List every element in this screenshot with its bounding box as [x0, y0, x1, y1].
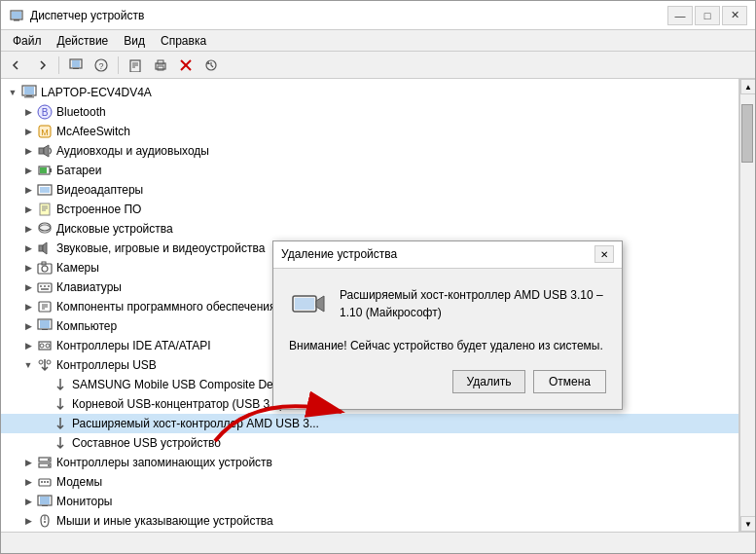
tree-item-bluetooth[interactable]: ▶ B Bluetooth [1, 102, 738, 122]
tree-item-print[interactable]: ▶ Очереди печати [1, 531, 738, 532]
svg-text:B: B [42, 107, 49, 118]
monitors-toggle[interactable]: ▶ [20, 492, 36, 511]
window-title: Диспетчер устройств [30, 9, 667, 22]
firmware-label: Встроенное ПО [56, 203, 141, 216]
disk-toggle[interactable]: ▶ [20, 219, 36, 239]
audio-icon [36, 142, 54, 160]
scrollbar[interactable]: ▲ ▼ [739, 79, 755, 532]
menu-view[interactable]: Вид [116, 32, 153, 50]
software-label: Компоненты программного обеспечения [56, 300, 276, 314]
tree-item-battery[interactable]: ▶ Батареи [1, 161, 738, 180]
modems-toggle[interactable]: ▶ [20, 472, 36, 492]
tree-item-firmware[interactable]: ▶ Встроенное ПО [1, 200, 738, 219]
video-label: Видеоадаптеры [56, 183, 143, 197]
computer-icon-btn[interactable] [64, 55, 88, 76]
bluetooth-icon: B [36, 103, 54, 121]
device-tree[interactable]: ▼ LAPTOP-ECV4DV4A ▶ B [1, 79, 739, 532]
menu-help[interactable]: Справка [153, 32, 214, 50]
menu-action[interactable]: Действие [50, 32, 117, 50]
svg-rect-39 [39, 245, 43, 251]
tree-item-audio[interactable]: ▶ Аудиовходы и аудиовыходы [1, 141, 738, 161]
monitors-icon [36, 493, 54, 510]
sound-label: Звуковые, игровые и видеоустройства [56, 241, 265, 255]
svg-point-67 [47, 481, 49, 483]
maximize-button[interactable]: □ [695, 6, 720, 25]
help-button[interactable]: ? [90, 55, 113, 76]
cameras-toggle[interactable]: ▶ [20, 258, 36, 277]
keyboard-label: Клавиатуры [56, 280, 122, 294]
svg-rect-19 [24, 87, 34, 94]
svg-rect-2 [12, 12, 21, 18]
keyboard-toggle[interactable]: ▶ [20, 277, 36, 297]
software-toggle[interactable]: ▶ [20, 297, 36, 316]
dialog-close-button[interactable]: ✕ [594, 245, 614, 263]
bluetooth-toggle[interactable]: ▶ [20, 102, 36, 122]
audio-label: Аудиовходы и аудиовыходы [56, 144, 209, 158]
battery-label: Батареи [56, 164, 101, 177]
scroll-down-button[interactable]: ▼ [740, 516, 755, 532]
firmware-toggle[interactable]: ▶ [20, 200, 36, 219]
storage-toggle[interactable]: ▶ [20, 453, 36, 472]
svg-rect-32 [40, 203, 50, 215]
minimize-button[interactable]: — [667, 6, 693, 25]
root-toggle[interactable]: ▼ [5, 83, 20, 102]
dialog-title: Удаление устройства [281, 247, 594, 261]
properties-button[interactable] [124, 55, 147, 76]
ide-label: Контроллеры IDE ATA/ATAPI [56, 339, 211, 352]
svg-point-37 [39, 225, 51, 233]
update-button[interactable] [199, 55, 223, 76]
camera-icon [36, 259, 54, 277]
usb-toggle[interactable]: ▼ [20, 355, 36, 375]
tree-root[interactable]: ▼ LAPTOP-ECV4DV4A [1, 83, 738, 102]
storage-label: Контроллеры запоминающих устройств [56, 456, 272, 469]
svg-rect-45 [44, 285, 46, 287]
battery-toggle[interactable]: ▶ [20, 161, 36, 180]
tree-item-monitors[interactable]: ▶ Мониторы [1, 492, 738, 511]
usb-label: Контроллеры USB [56, 358, 157, 372]
sound-toggle[interactable]: ▶ [20, 239, 36, 258]
software-icon [36, 298, 54, 315]
svg-point-58 [39, 360, 43, 364]
video-toggle[interactable]: ▶ [20, 180, 36, 200]
tree-item-video[interactable]: ▶ Видеоадаптеры [1, 180, 738, 200]
svg-rect-28 [50, 168, 52, 172]
tree-item-composite[interactable]: ▶ Составное USB устройство [1, 433, 738, 453]
mice-toggle[interactable]: ▶ [20, 511, 36, 531]
usb-device-icon3 [52, 415, 69, 432]
cancel-button[interactable]: Отмена [533, 370, 606, 393]
delete-confirm-button[interactable]: Удалить [452, 370, 525, 393]
modems-icon [36, 473, 54, 491]
tree-item-disk[interactable]: ▶ Дисковые устройства [1, 219, 738, 239]
scroll-up-button[interactable]: ▲ [740, 79, 755, 94]
forward-button[interactable] [30, 55, 54, 76]
status-bar [1, 532, 755, 553]
toolbar: ? [1, 52, 755, 79]
tree-item-mice[interactable]: ▶ Мыши и иные указывающие устройства [1, 511, 738, 531]
delete-button[interactable] [174, 55, 198, 76]
audio-toggle[interactable]: ▶ [20, 141, 36, 161]
tree-item-modems[interactable]: ▶ Модемы [1, 472, 738, 492]
tree-item-mcafee[interactable]: ▶ M McAfeeSwitch [1, 122, 738, 141]
svg-rect-8 [130, 60, 140, 72]
print-button[interactable] [149, 55, 172, 76]
computer-toggle[interactable]: ▶ [20, 316, 36, 336]
svg-rect-1 [14, 19, 19, 21]
tree-item-storage[interactable]: ▶ Контроллеры запоминающих устройств [1, 453, 738, 472]
back-button[interactable] [5, 55, 28, 76]
usb-device-icon2 [52, 395, 69, 413]
title-icon [9, 8, 24, 23]
ide-toggle[interactable]: ▶ [20, 336, 36, 355]
menu-file[interactable]: Файл [5, 32, 50, 50]
close-button[interactable]: ✕ [722, 6, 747, 25]
mcafee-icon: M [36, 123, 54, 140]
tree-item-amd-usb[interactable]: ▶ Расширяемый хост-контроллер AMD USB 3.… [1, 414, 738, 433]
svg-point-62 [48, 459, 50, 461]
computer-icon [20, 84, 38, 101]
dialog-buttons: Удалить Отмена [289, 370, 606, 393]
print-toggle[interactable]: ▶ [20, 531, 36, 532]
svg-point-66 [44, 481, 46, 483]
svg-rect-47 [41, 288, 49, 290]
scroll-thumb[interactable] [741, 104, 753, 163]
mcafee-toggle[interactable]: ▶ [20, 122, 36, 141]
samsung-label: SAMSUNG Mobile USB Composite Device [72, 378, 294, 391]
